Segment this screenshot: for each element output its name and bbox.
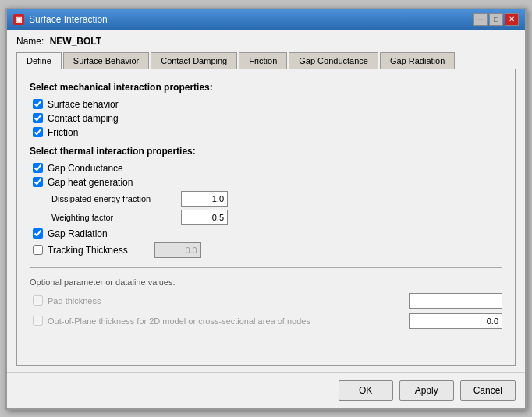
window-title: Surface Interaction [29, 14, 108, 25]
dissipated-label: Dissipated energy fraction [51, 194, 176, 203]
title-bar: ▣ Surface Interaction ─ □ ✕ [7, 9, 525, 30]
contact-damping-checkbox[interactable] [33, 113, 43, 123]
mechanical-section-title: Select mechanical interaction properties… [30, 82, 502, 93]
out-of-plane-checkbox[interactable] [33, 316, 43, 326]
close-button[interactable]: ✕ [505, 13, 519, 26]
gap-heat-label: Gap heat generation [48, 177, 133, 188]
tab-contact-damping[interactable]: Contact Damping [151, 52, 237, 69]
window-body: Name: NEW_BOLT Define Surface Behavior C… [7, 30, 525, 372]
tab-friction[interactable]: Friction [239, 52, 287, 69]
name-label: Name: [16, 36, 44, 47]
tracking-thickness-row: Tracking Thickness [30, 242, 502, 258]
pad-thickness-input[interactable] [409, 293, 502, 309]
pad-thickness-checkbox[interactable] [33, 295, 43, 306]
pad-thickness-row: Pad thickness [30, 293, 502, 309]
contact-damping-label: Contact damping [48, 113, 119, 124]
weighting-input[interactable] [181, 210, 228, 225]
footer: OK Apply Cancel [7, 372, 525, 408]
surface-behavior-row: Surface behavior [30, 99, 502, 110]
contact-damping-row: Contact damping [30, 113, 502, 124]
minimize-button[interactable]: ─ [473, 13, 488, 26]
gap-heat-checkbox[interactable] [33, 177, 43, 187]
name-value: NEW_BOLT [50, 36, 101, 47]
surface-behavior-label: Surface behavior [48, 99, 119, 110]
surface-behavior-checkbox[interactable] [33, 99, 43, 109]
title-bar-left: ▣ Surface Interaction [13, 14, 108, 25]
gap-radiation-row: Gap Radiation [30, 228, 502, 239]
window-icon: ▣ [13, 14, 24, 25]
main-window: ▣ Surface Interaction ─ □ ✕ Name: NEW_BO… [5, 8, 527, 410]
tab-surface-behavior[interactable]: Surface Behavior [63, 52, 149, 69]
weighting-label: Weighting factor [51, 213, 176, 222]
out-of-plane-input[interactable] [409, 313, 502, 329]
gap-conductance-checkbox[interactable] [33, 163, 43, 173]
pad-thickness-label: Pad thickness [48, 296, 404, 306]
divider [30, 267, 502, 268]
optional-section: Optional parameter or dataline values: P… [30, 277, 502, 329]
tab-define[interactable]: Define [16, 52, 62, 69]
gap-conductance-label: Gap Conductance [48, 163, 123, 174]
tracking-thickness-input[interactable] [154, 242, 201, 258]
out-of-plane-label: Out-of-Plane thickness for 2D model or c… [48, 316, 404, 326]
weighting-row: Weighting factor [30, 210, 502, 225]
title-buttons: ─ □ ✕ [473, 13, 519, 26]
friction-row: Friction [30, 127, 502, 138]
dissipated-input[interactable] [181, 191, 228, 207]
content-area: Select mechanical interaction properties… [16, 69, 516, 366]
out-of-plane-row: Out-of-Plane thickness for 2D model or c… [30, 313, 502, 329]
cancel-button[interactable]: Cancel [460, 380, 516, 401]
tracking-thickness-checkbox[interactable] [33, 245, 43, 255]
maximize-button[interactable]: □ [489, 13, 503, 26]
gap-radiation-label: Gap Radiation [48, 228, 108, 239]
ok-button[interactable]: OK [339, 380, 393, 401]
friction-checkbox[interactable] [33, 127, 43, 137]
optional-title: Optional parameter or dataline values: [30, 277, 502, 287]
apply-button[interactable]: Apply [399, 380, 454, 401]
tab-gap-radiation[interactable]: Gap Radiation [380, 52, 455, 69]
thermal-section-title: Select thermal interaction properties: [30, 146, 502, 157]
gap-radiation-checkbox[interactable] [33, 228, 43, 239]
friction-label: Friction [48, 127, 78, 138]
tracking-thickness-label: Tracking Thickness [48, 245, 128, 256]
name-row: Name: NEW_BOLT [16, 36, 516, 47]
dissipated-row: Dissipated energy fraction [30, 191, 502, 207]
tab-bar: Define Surface Behavior Contact Damping … [16, 51, 516, 69]
tab-gap-conductance[interactable]: Gap Conductance [289, 52, 378, 69]
gap-conductance-row: Gap Conductance [30, 163, 502, 174]
gap-heat-row: Gap heat generation [30, 177, 502, 188]
